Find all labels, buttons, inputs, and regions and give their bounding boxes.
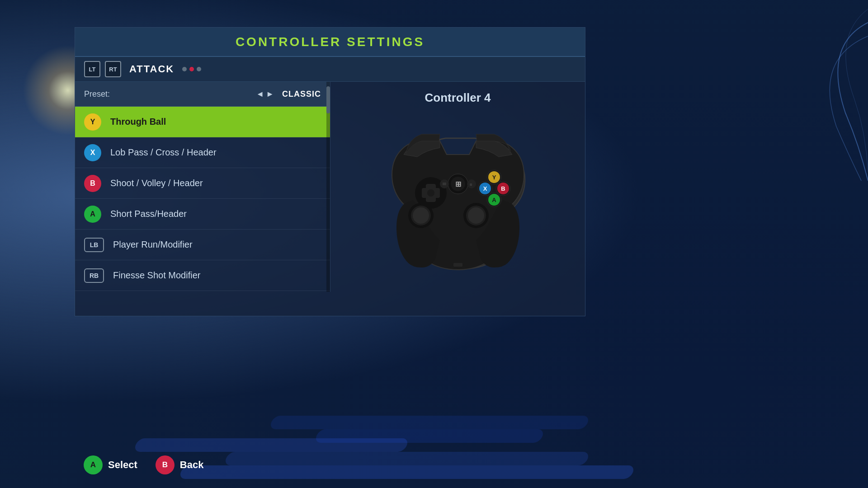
back-button-icon: B	[156, 455, 175, 474]
menu-item-through-ball[interactable]: Y Through Ball	[75, 107, 330, 137]
preset-value: CLASSIC	[282, 89, 321, 99]
item-label-finesse-shot: Finesse Shot Modifier	[113, 270, 200, 281]
lt-button[interactable]: LT	[84, 61, 100, 77]
svg-point-6	[413, 207, 429, 224]
preset-arrow-left[interactable]: ◄	[256, 89, 264, 99]
svg-text:X: X	[483, 185, 487, 192]
arc-decoration	[687, 0, 868, 181]
item-label-short-pass: Short Pass/Header	[110, 209, 187, 219]
svg-text:≡: ≡	[470, 182, 472, 187]
preset-label: Preset:	[84, 89, 110, 99]
select-button-icon: A	[84, 455, 103, 474]
menu-item-player-run[interactable]: LB Player Run/Modifier	[75, 230, 330, 260]
dot-1	[182, 67, 187, 71]
controller-panel: Controller 4	[330, 82, 585, 292]
section-title: ATTACK	[129, 63, 174, 75]
preset-arrows: ◄ ►	[256, 89, 274, 99]
rt-button[interactable]: RT	[105, 61, 121, 77]
back-action[interactable]: B Back	[156, 455, 204, 474]
controller-svg: ⊞ ≡ Y X	[372, 114, 544, 317]
svg-point-9	[468, 207, 484, 224]
preset-bar: Preset: ◄ ► CLASSIC	[75, 82, 330, 107]
back-label: Back	[180, 459, 204, 471]
svg-point-3	[427, 189, 434, 197]
header-bar: CONTROLLER SETTINGS	[75, 28, 585, 57]
svg-text:A: A	[492, 197, 496, 203]
scroll-indicator	[326, 82, 330, 292]
svg-text:B: B	[501, 185, 505, 192]
dot-3	[197, 67, 201, 71]
main-panel: CONTROLLER SETTINGS LT RT ATTACK Preset:…	[75, 27, 585, 316]
menu-item-finesse-shot[interactable]: RB Finesse Shot Modifier	[75, 260, 330, 291]
button-icon-rb: RB	[84, 268, 104, 283]
controller-area: ⊞ ≡ Y X	[372, 114, 544, 317]
select-label: Select	[108, 459, 137, 471]
dot-2	[189, 67, 194, 71]
menu-item-lob-pass[interactable]: X Lob Pass / Cross / Header	[75, 137, 330, 168]
item-label-through-ball: Through Ball	[110, 117, 166, 127]
list-panel: Preset: ◄ ► CLASSIC Y Through Ball X Lob…	[75, 82, 330, 292]
scroll-thumb[interactable]	[326, 86, 330, 113]
svg-text:⊞: ⊞	[455, 180, 461, 188]
menu-item-short-pass[interactable]: A Short Pass/Header	[75, 199, 330, 230]
svg-text:Y: Y	[492, 174, 496, 181]
section-header: LT RT ATTACK	[75, 57, 585, 82]
item-label-lob-pass: Lob Pass / Cross / Header	[110, 147, 217, 158]
svg-rect-29	[453, 263, 462, 267]
controller-title: Controller 4	[425, 91, 491, 105]
select-action[interactable]: A Select	[84, 455, 137, 474]
button-icon-a: A	[84, 206, 101, 223]
preset-arrow-right[interactable]: ►	[266, 89, 274, 99]
item-label-shoot: Shoot / Volley / Header	[110, 178, 203, 188]
item-label-player-run: Player Run/Modifier	[113, 239, 193, 250]
menu-list: Y Through Ball X Lob Pass / Cross / Head…	[75, 107, 330, 292]
button-icon-lb: LB	[84, 238, 104, 252]
button-icon-b: B	[84, 175, 101, 192]
menu-item-protect-ball[interactable]: LT Protect Ball	[75, 291, 330, 292]
page-title: CONTROLLER SETTINGS	[236, 35, 425, 49]
svg-rect-15	[443, 183, 446, 185]
button-icon-x: X	[84, 144, 101, 161]
content-area: Preset: ◄ ► CLASSIC Y Through Ball X Lob…	[75, 82, 585, 292]
button-icon-y: Y	[84, 113, 101, 131]
section-dots	[182, 67, 201, 71]
menu-item-shoot[interactable]: B Shoot / Volley / Header	[75, 168, 330, 199]
bottom-bar: A Select B Back	[75, 455, 868, 474]
